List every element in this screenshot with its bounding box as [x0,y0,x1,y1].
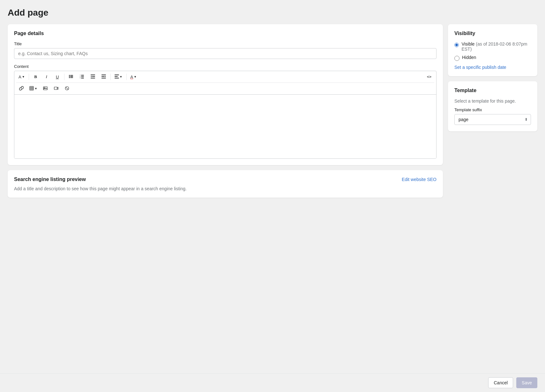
align-button[interactable]: ▼ [112,72,125,81]
svg-rect-19 [115,76,118,77]
seo-title: Search engine listing preview [14,177,86,182]
align-dropdown-icon: ▼ [120,75,123,78]
template-suffix-label: Template suffix [454,107,531,112]
hidden-option: Hidden [454,55,531,61]
template-suffix-select[interactable]: page blank contact [454,114,531,125]
save-button[interactable]: Save [516,377,537,388]
footer-bar: Cancel Save [0,373,545,392]
template-description: Select a template for this page. [454,98,531,104]
svg-point-2 [69,76,70,77]
image-button[interactable] [40,84,50,93]
ordered-list-icon: 1 2 3 [80,74,84,80]
image-icon [43,86,48,91]
svg-rect-9 [81,76,84,77]
indent-left-icon [91,74,95,80]
svg-rect-15 [101,75,106,75]
svg-rect-16 [101,76,105,77]
svg-rect-1 [70,75,73,76]
publish-date-link[interactable]: Set a specific publish date [454,65,506,70]
bold-button[interactable]: B [31,72,41,81]
align-icon [115,74,119,80]
font-label: A [19,75,21,79]
bullet-list-icon [69,74,73,80]
edit-seo-link[interactable]: Edit website SEO [402,177,437,182]
cancel-button[interactable]: Cancel [488,377,513,388]
link-icon [19,86,24,91]
content-label: Content [14,64,437,69]
svg-point-27 [44,87,45,88]
svg-rect-5 [70,77,73,78]
svg-rect-11 [81,78,84,78]
table-button[interactable]: ▼ [27,84,40,93]
hidden-label: Hidden [462,55,476,60]
font-dropdown-icon: ▼ [22,75,25,78]
svg-line-30 [66,87,68,90]
hidden-radio[interactable] [454,56,459,61]
font-button[interactable]: A ▼ [16,72,27,81]
bold-icon: B [34,74,37,79]
svg-rect-20 [115,78,119,78]
title-label: Title [14,41,437,46]
svg-rect-7 [81,75,84,76]
visible-label: Visible (as of 2018-02-06 8:07pm EST) [461,41,531,52]
svg-rect-3 [70,76,73,77]
page-title: Add page [8,8,537,18]
block-icon [65,86,69,91]
seo-description: Add a title and description to see how t… [14,186,437,191]
separator-1 [29,74,29,80]
svg-rect-28 [54,87,57,90]
title-input[interactable] [14,48,437,59]
indent-right-button[interactable] [99,72,109,81]
italic-icon: I [46,74,47,79]
separator-4 [126,74,127,80]
visible-radio[interactable] [454,42,459,47]
svg-rect-26 [43,87,47,90]
text-color-button[interactable]: A ▼ [128,72,139,81]
template-card: Template Select a template for this page… [448,81,537,131]
template-title: Template [454,88,531,93]
video-icon [54,86,58,91]
svg-point-0 [69,75,70,76]
underline-icon: U [56,75,59,79]
template-suffix-wrapper: page blank contact ⬍ [454,114,531,125]
svg-text:3: 3 [80,77,81,79]
svg-rect-14 [91,78,95,78]
svg-rect-13 [92,76,95,77]
left-column: Page details Title Content A ▼ [8,24,443,198]
editor-toolbar: A ▼ B I [14,71,436,95]
block-button[interactable] [62,84,72,93]
svg-point-4 [69,77,70,78]
visibility-radio-group: Visible (as of 2018-02-06 8:07pm EST) Hi… [454,41,531,61]
svg-rect-21 [30,86,34,90]
indent-left-button[interactable] [88,72,98,81]
table-dropdown-icon: ▼ [34,87,37,90]
content-editor: A ▼ B I [14,71,437,159]
page-details-card: Page details Title Content A ▼ [8,24,443,165]
video-button[interactable] [51,84,61,93]
ordered-list-button[interactable]: 1 2 3 [77,72,87,81]
underline-button[interactable]: U [52,72,63,81]
svg-rect-12 [91,75,95,75]
link-button[interactable] [16,84,26,93]
table-icon [29,86,34,91]
right-column: Visibility Visible (as of 2018-02-06 8:0… [448,24,537,131]
visibility-title: Visibility [454,31,531,36]
separator-3 [110,74,111,80]
code-button[interactable]: <> [424,72,434,81]
visible-option: Visible (as of 2018-02-06 8:07pm EST) [454,41,531,52]
text-color-label: A [131,75,133,79]
seo-card: Search engine listing preview Edit websi… [8,170,443,198]
editor-content-area[interactable] [14,95,436,158]
bullet-list-button[interactable] [66,72,76,81]
code-icon: <> [427,75,431,79]
svg-rect-17 [101,78,106,78]
svg-rect-18 [115,75,119,75]
separator-2 [64,74,64,80]
text-color-dropdown-icon: ▼ [134,75,137,78]
indent-right-icon [101,74,106,80]
italic-button[interactable]: I [41,72,52,81]
visibility-card: Visibility Visible (as of 2018-02-06 8:0… [448,24,537,76]
page-details-title: Page details [14,31,437,36]
